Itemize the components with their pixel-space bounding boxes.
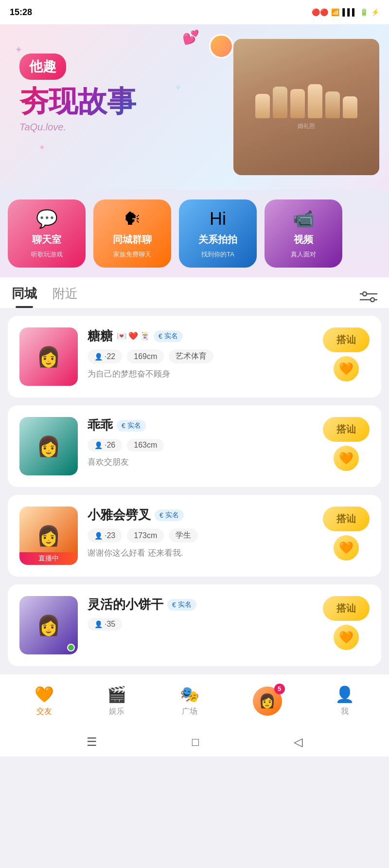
user-name-4: 灵活的小饼干 <box>88 596 163 613</box>
category-tab-video[interactable]: 📹 视频 真人面对 <box>265 199 342 268</box>
friends-label: 交友 <box>36 706 52 717</box>
photo-label: 关系拍拍 <box>198 233 237 246</box>
verified-badge-2: € 实名 <box>117 420 146 432</box>
card-icon: 🃏 <box>140 331 150 341</box>
age-tag-4: 👤 ·35 <box>88 618 122 631</box>
user-name-2: 乖乖 <box>88 417 113 434</box>
like-button-2[interactable]: 🧡 <box>334 446 359 471</box>
height-value-1: 169cm <box>134 352 157 361</box>
age-tag-1: 👤 ·22 <box>88 349 122 363</box>
verified-text-4: 实名 <box>178 600 192 609</box>
category-tab-chat-room[interactable]: 💬 聊天室 听歌玩游戏 <box>8 199 86 268</box>
sys-back-button[interactable]: ◁ <box>294 735 302 749</box>
photo-icon: Hi <box>210 209 226 229</box>
banner-sub-text: TaQu.love. <box>19 122 136 133</box>
nav-item-entertainment[interactable]: 🎬 娱乐 <box>107 685 126 717</box>
user-list: 👩 糖糖 💌 ❤️ 🃏 € 实名 👤 ·22 <box>0 308 389 674</box>
interest-tag-1: 艺术体育 <box>169 349 213 363</box>
sys-home-button[interactable]: □ <box>192 735 199 749</box>
interest-value-1: 艺术体育 <box>176 351 207 362</box>
friends-icon: 🧡 <box>35 685 54 704</box>
user-avatar-2[interactable]: 👩 <box>19 417 78 475</box>
banner-hearts: 💕 <box>182 29 199 45</box>
square-label: 广场 <box>182 706 197 717</box>
user-tags-4: 👤 ·35 <box>88 618 313 631</box>
banner: 他趣 夯现故事 TaQu.love. 💕 婚礼照 ✦ ✧ ★ <box>0 24 389 190</box>
nav-item-me[interactable]: 👤 我 <box>335 685 354 717</box>
avatar-img-1: 👩 <box>19 327 78 386</box>
card-actions-2: 搭讪 🧡 <box>323 417 370 471</box>
banner-title-area: 他趣 夯现故事 TaQu.love. <box>19 54 136 133</box>
verified-badge-1: € 实名 <box>154 330 183 342</box>
card-actions-4: 搭讪 🧡 <box>323 596 370 650</box>
filter-button[interactable] <box>360 290 377 304</box>
user-name-3: 小雅会劈叉 <box>88 506 151 524</box>
entertainment-icon: 🎬 <box>107 685 126 704</box>
user-info-1: 糖糖 💌 ❤️ 🃏 € 实名 👤 ·22 169cm <box>88 327 313 380</box>
age-value-2: ·26 <box>105 441 115 450</box>
user-avatar-4[interactable]: 👩 <box>19 596 78 654</box>
user-avatar-3[interactable]: 👩 直播中 <box>19 506 78 565</box>
verified-badge-4: € 实名 <box>167 599 196 611</box>
age-value-4: ·35 <box>105 620 115 629</box>
height-tag-2: 163cm <box>127 439 164 452</box>
verified-text-1: 实名 <box>164 332 178 341</box>
signal-icon: ▌▌▌ <box>342 8 357 16</box>
age-icon-2: 👤 <box>94 441 103 449</box>
notification-icons: 🔴🔴 <box>312 8 328 16</box>
wifi-icon: 📶 <box>331 8 339 16</box>
height-tag-1: 169cm <box>127 349 164 363</box>
video-icon: 📹 <box>293 209 315 229</box>
verified-text-3: 实名 <box>165 511 179 520</box>
banner-photo: 婚礼照 <box>233 39 379 175</box>
entertainment-label: 娱乐 <box>109 706 124 717</box>
like-button-4[interactable]: 🧡 <box>334 625 359 650</box>
user-info-2: 乖乖 € 实名 👤 ·26 163cm 喜欢交朋友 <box>88 417 313 468</box>
tab-nav: 同城 附近 <box>0 277 389 308</box>
chat-room-icon: 💬 <box>36 209 58 229</box>
interest-tag-3: 学生 <box>169 528 198 542</box>
nav-avatar-emoji: 👩 <box>259 693 276 709</box>
age-tag-2: 👤 ·26 <box>88 439 122 452</box>
age-value-3: ·23 <box>105 531 115 540</box>
nav-item-square[interactable]: 🎭 广场 <box>180 685 199 717</box>
height-value-3: 173cm <box>134 531 157 540</box>
group-chat-sublabel: 家族免费聊天 <box>113 250 151 259</box>
nav-item-avatar[interactable]: 👩 5 <box>253 687 282 716</box>
video-label: 视频 <box>294 233 313 246</box>
like-button-3[interactable]: 🧡 <box>334 535 359 561</box>
connect-button-4[interactable]: 搭讪 <box>323 596 370 621</box>
age-icon-4: 👤 <box>94 620 103 628</box>
height-value-2: 163cm <box>134 441 157 450</box>
status-time: 15:28 <box>10 7 32 18</box>
age-value-1: ·22 <box>105 352 115 361</box>
square-icon: 🎭 <box>180 685 199 704</box>
like-button-1[interactable]: 🧡 <box>334 356 359 381</box>
bottom-nav: 🧡 交友 🎬 娱乐 🎭 广场 👩 5 👤 我 <box>0 674 389 727</box>
sys-nav: ☰ □ ◁ <box>0 727 389 757</box>
chat-room-label: 聊天室 <box>32 233 61 246</box>
nav-item-friends[interactable]: 🧡 交友 <box>35 685 54 717</box>
connect-button-3[interactable]: 搭讪 <box>323 506 370 531</box>
mail-icon: 💌 <box>117 331 126 341</box>
connect-button-1[interactable]: 搭讪 <box>323 327 370 352</box>
user-name-row-2: 乖乖 € 实名 <box>88 417 313 434</box>
user-avatar-1[interactable]: 👩 <box>19 327 78 386</box>
user-tags-1: 👤 ·22 169cm 艺术体育 <box>88 349 313 363</box>
user-info-3: 小雅会劈叉 € 实名 👤 ·23 173cm 学生 谢谢你这么好看 还来看我. <box>88 506 313 559</box>
age-tag-3: 👤 ·23 <box>88 528 122 542</box>
tab-tongcheng[interactable]: 同城 <box>12 285 37 308</box>
card-actions-3: 搭讪 🧡 <box>323 506 370 561</box>
tab-fujin[interactable]: 附近 <box>53 285 78 308</box>
deco-star1: ✦ <box>15 44 23 55</box>
category-tab-photo[interactable]: Hi 关系拍拍 找到你的TA <box>179 199 257 268</box>
banner-photo-sim: 婚礼照 <box>233 39 379 175</box>
category-tab-group-chat[interactable]: 🗣 同城群聊 家族免费聊天 <box>93 199 171 268</box>
banner-tag: 他趣 <box>19 54 66 80</box>
online-dot-4 <box>67 644 75 651</box>
sys-menu-button[interactable]: ☰ <box>87 735 97 749</box>
connect-button-2[interactable]: 搭讪 <box>323 417 370 442</box>
svg-point-1 <box>371 298 374 302</box>
user-tags-3: 👤 ·23 173cm 学生 <box>88 528 313 542</box>
photo-sublabel: 找到你的TA <box>201 250 234 259</box>
